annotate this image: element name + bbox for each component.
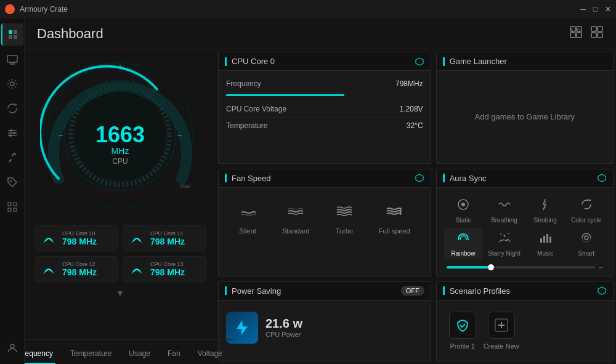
- panel-accent: [225, 57, 227, 66]
- core-name: CPU Core 12: [62, 261, 97, 267]
- scroll-arrow[interactable]: ▼: [115, 287, 126, 299]
- scenario-panel-header: Scenario Profiles: [437, 282, 613, 301]
- svg-point-46: [461, 203, 465, 206]
- sidebar-item-monitor[interactable]: [1, 48, 23, 70]
- aura-smart-label: Smart: [578, 250, 594, 257]
- power-value: 21.6 w: [265, 317, 302, 331]
- game-panel-body: Add games to Game Library: [437, 71, 613, 163]
- fan-silent[interactable]: Silent: [239, 203, 256, 235]
- freq-label: Frequency: [226, 79, 261, 88]
- freq-value: 798MHz: [395, 79, 423, 88]
- aura-panel-header: Aura Sync: [437, 169, 613, 188]
- aura-rainbow[interactable]: Rainbow: [444, 229, 483, 259]
- svg-rect-53: [543, 236, 545, 243]
- fan-fullspeed-icon: [386, 203, 403, 224]
- fan-standard-icon: [287, 203, 304, 224]
- tab-fan[interactable]: Fan: [165, 344, 183, 364]
- view-grid-icon[interactable]: E R: [569, 25, 583, 42]
- svg-marker-42: [416, 174, 423, 182]
- profile-1[interactable]: Profile 1: [449, 312, 476, 350]
- panel-icon: [597, 173, 607, 183]
- svg-text:Max: Max: [180, 183, 191, 189]
- cpu-row-frequency: Frequency 798MHz: [226, 76, 423, 92]
- gauge-container: Max 1663 MHz CPU: [40, 55, 200, 216]
- aura-music[interactable]: Music: [526, 229, 565, 259]
- cpu-core-panel: CPU Core 0 Frequency 798MHz: [218, 52, 431, 164]
- sidebar-item-sliders[interactable]: [1, 122, 23, 144]
- tab-temperature[interactable]: Temperature: [68, 344, 114, 364]
- aura-colorcycle-label: Color cycle: [571, 217, 601, 224]
- aura-slider: ─: [442, 262, 608, 273]
- panel-accent: [443, 174, 445, 182]
- fan-fullspeed-label: Full speed: [379, 227, 410, 235]
- core-freq: 798 MHz: [62, 267, 97, 277]
- panel-icon: [597, 286, 607, 296]
- svg-text:R: R: [577, 28, 580, 31]
- minimize-button[interactable]: ─: [580, 5, 586, 14]
- cpu-row-temperature: Temperature 32°C: [226, 118, 423, 134]
- maximize-button[interactable]: □: [593, 5, 598, 14]
- aura-panel-title: Aura Sync: [450, 174, 487, 183]
- fan-turbo-label: Turbo: [336, 227, 353, 235]
- tab-usage[interactable]: Usage: [126, 344, 153, 364]
- core-info-11: CPU Core 11 798 MHz: [150, 230, 185, 246]
- aura-strobing[interactable]: Strobing: [526, 195, 565, 226]
- sidebar-item-dashboard[interactable]: [1, 23, 23, 46]
- panel-accent: [225, 286, 227, 295]
- svg-marker-41: [416, 58, 423, 65]
- svg-point-16: [9, 134, 12, 137]
- close-button[interactable]: ✕: [605, 5, 611, 14]
- core-name: CPU Core 11: [150, 230, 185, 237]
- fan-panel-title: Fan Speed: [232, 174, 271, 183]
- power-toggle[interactable]: OFF: [401, 286, 424, 296]
- svg-rect-4: [9, 35, 12, 39]
- profile-create-new[interactable]: Create New: [484, 312, 519, 350]
- core-freq: 798 MHz: [62, 237, 97, 246]
- svg-rect-20: [8, 208, 11, 211]
- game-launcher-panel: Game Launcher Add games to Game Library: [436, 52, 614, 164]
- game-message: Add games to Game Library: [475, 112, 575, 121]
- top-row: CPU Core 0 Frequency 798MHz: [216, 49, 616, 166]
- aura-starrynight-label: Starry Night: [488, 250, 521, 257]
- power-toggle-label: OFF: [406, 287, 419, 294]
- view-list-icon[interactable]: [590, 25, 604, 42]
- cpu-row-voltage: CPU Core Voltage 1.208V: [226, 101, 423, 118]
- sidebar-item-user[interactable]: [1, 337, 23, 359]
- svg-rect-54: [546, 234, 548, 243]
- svg-rect-29: [591, 26, 596, 31]
- scenario-body: Profile 1: [444, 305, 606, 356]
- sidebar-item-settings[interactable]: [1, 73, 23, 95]
- svg-point-15: [13, 132, 15, 134]
- aura-static-label: Static: [455, 217, 471, 224]
- cpu-panel-body: Frequency 798MHz CPU Core Voltage 1.208V…: [219, 71, 431, 163]
- sidebar-item-grid[interactable]: [1, 196, 23, 218]
- voltage-value: 1.208V: [400, 105, 423, 113]
- profile-1-icon: [449, 312, 476, 339]
- sidebar-item-tool[interactable]: [1, 147, 23, 169]
- aura-static[interactable]: Static: [444, 195, 483, 226]
- tab-voltage[interactable]: Voltage: [195, 344, 225, 364]
- sidebar-item-update[interactable]: [1, 97, 23, 119]
- sidebar-item-tag[interactable]: [1, 171, 23, 193]
- profile-new-icon: [488, 312, 515, 339]
- svg-rect-6: [7, 55, 17, 62]
- svg-rect-25: [570, 33, 575, 38]
- aura-music-icon: [538, 231, 552, 248]
- slider-track[interactable]: [447, 266, 595, 269]
- svg-point-48: [503, 235, 505, 237]
- aura-starrynight[interactable]: Starry Night: [485, 229, 524, 259]
- panel-accent: [225, 174, 227, 182]
- aura-breathing[interactable]: Breathing: [485, 195, 524, 226]
- fan-standard[interactable]: Standard: [282, 203, 310, 235]
- svg-rect-55: [549, 237, 551, 243]
- svg-point-56: [585, 236, 588, 240]
- aura-music-label: Music: [537, 250, 553, 257]
- fan-fullspeed[interactable]: Full speed: [379, 203, 410, 235]
- svg-point-14: [10, 129, 12, 132]
- aura-colorcycle-icon: [580, 198, 593, 214]
- tab-frequency[interactable]: Frequency: [25, 344, 55, 364]
- fan-turbo[interactable]: Turbo: [336, 203, 353, 235]
- aura-colorcycle[interactable]: Color cycle: [567, 195, 606, 226]
- aura-smart[interactable]: Smart: [567, 229, 606, 259]
- bottom-row: Power Saving OFF: [216, 279, 616, 364]
